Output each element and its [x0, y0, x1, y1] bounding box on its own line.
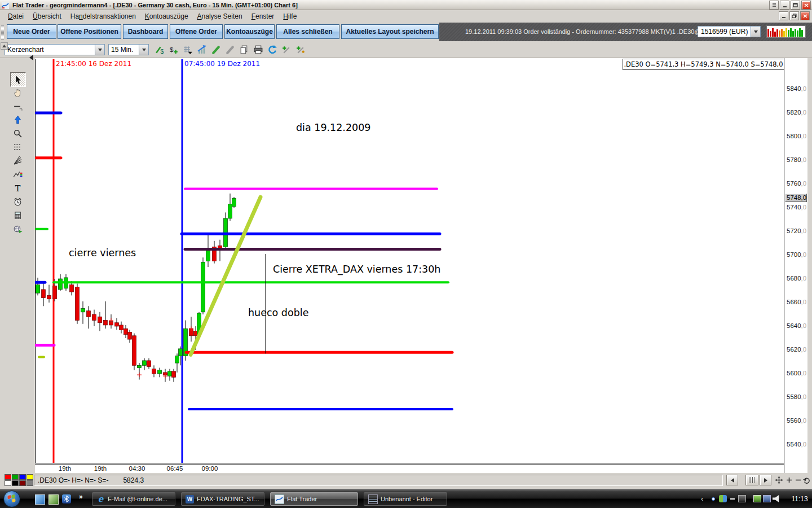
toolbar-button-alles-schlie-en[interactable]: Alles schließen — [276, 24, 339, 39]
chart-plot[interactable] — [35, 59, 784, 463]
pan-mode-icon[interactable] — [774, 475, 784, 485]
candlestick-chart[interactable]: .DE30 O=5741,3 H=5749,3 N=5740,0 S=5748,… — [35, 58, 784, 473]
toolbar-button-neue-order[interactable]: Neue Order — [7, 24, 56, 39]
price-axis[interactable]: 5840,05820,05800,05780,05760,05740,05720… — [784, 58, 807, 473]
palette-color-swatch[interactable] — [19, 474, 26, 480]
text-tool[interactable]: T — [10, 181, 25, 195]
menu-kontoauszge[interactable]: Kontoauszüge — [140, 11, 193, 22]
exposure-bar — [770, 31, 771, 37]
window-shade-button[interactable] — [769, 1, 779, 10]
ohlc-info-box: .DE30 O=5741,3 H=5749,3 N=5740,0 S=5748,… — [623, 59, 784, 70]
palette-color-swatch[interactable] — [12, 480, 19, 486]
chevron-down-icon[interactable] — [751, 27, 760, 37]
tray-safety-icon[interactable] — [719, 495, 727, 502]
color-palette[interactable] — [5, 474, 34, 486]
toolbar-button-aktuelles-layout-speichern[interactable]: Aktuelles Layout speichern — [341, 24, 439, 39]
price-axis-label: 5600,0 — [787, 370, 806, 376]
menu-analyseseiten[interactable]: Analyse Seiten — [193, 11, 247, 22]
palette-color-swatch[interactable] — [12, 474, 19, 480]
scrollbar-thumb[interactable] — [745, 475, 758, 485]
refresh-icon[interactable] — [266, 43, 279, 56]
toolbar-button-offene-positionen[interactable]: Offene Positionen — [58, 24, 121, 39]
publish-tool[interactable] — [10, 222, 25, 235]
palette-color-swatch[interactable] — [27, 480, 33, 486]
close-button[interactable] — [801, 1, 811, 10]
quick-launch-overflow-chevron[interactable]: » — [79, 493, 83, 501]
mdi-minimize-button[interactable] — [779, 11, 788, 20]
chevron-down-icon[interactable] — [95, 45, 104, 55]
svg-text:$: $ — [170, 46, 174, 53]
select-tool[interactable] — [10, 72, 26, 87]
taskbar-task-word[interactable]: WFDAX-TRADING_ST... — [181, 492, 264, 506]
palette-color-swatch[interactable] — [27, 474, 33, 480]
sidebar-collapse-arrow-icon[interactable] — [29, 55, 33, 60]
toolbar-button-kontoausz-ge[interactable]: Kontoauszüge — [224, 24, 275, 39]
menu-handelstransaktionen[interactable]: Handelstransaktionen — [66, 11, 140, 22]
chart-annotation[interactable]: cierre viernes — [69, 247, 136, 259]
toolbar-button-dashboard[interactable]: Dashboard — [123, 24, 168, 39]
price-order-icon[interactable]: $ — [153, 43, 166, 56]
taskbar-task-notepad[interactable]: Unbenannt - Editor — [364, 492, 447, 506]
undo-icon[interactable] — [801, 475, 811, 485]
tray-display-icon[interactable] — [738, 495, 746, 502]
taskbar-task-flattrader[interactable]: Flat Trader — [270, 492, 358, 506]
remote-desktop-icon[interactable] — [48, 494, 59, 505]
chart-type-select[interactable]: Kerzenchart — [5, 44, 105, 55]
calculator-tool[interactable] — [10, 208, 25, 222]
pan-tool[interactable] — [10, 86, 25, 99]
palette-color-swatch[interactable] — [19, 480, 26, 486]
marker-gray-icon[interactable] — [224, 43, 236, 56]
candlestick — [175, 356, 179, 364]
grid-settings-icon[interactable] — [182, 43, 194, 56]
palette-color-swatch[interactable] — [5, 480, 11, 486]
add-chart-icon[interactable] — [280, 43, 293, 56]
menu-bersicht[interactable]: Übersicht — [28, 11, 66, 22]
taskbar-clock[interactable]: 11:13 — [788, 489, 811, 508]
bluetooth-icon[interactable] — [62, 494, 71, 503]
mdi-restore-button[interactable] — [789, 11, 799, 20]
exposure-bar — [772, 28, 774, 37]
arrow-tool[interactable] — [10, 113, 25, 126]
tray-volume-icon[interactable] — [773, 495, 780, 502]
marker-green-icon[interactable] — [210, 43, 222, 56]
toolbar-gripper[interactable] — [1, 25, 4, 40]
minimize-button[interactable] — [780, 1, 789, 10]
maximize-button[interactable] — [791, 1, 800, 10]
scroll-left-button[interactable] — [726, 475, 738, 485]
scroll-right-button[interactable] — [760, 475, 771, 485]
zoom-tool[interactable] — [10, 126, 25, 140]
chevron-down-icon[interactable] — [139, 45, 148, 55]
chart-annotation[interactable]: Cierre XETRA_DAX viernes 17:30h — [273, 264, 440, 275]
drawing-tools-sidebar: T — [0, 58, 35, 473]
copy-icon[interactable] — [238, 43, 250, 56]
candlestick — [124, 329, 128, 335]
show-desktop-icon[interactable] — [35, 494, 45, 505]
add-chart-2-icon[interactable] — [294, 43, 307, 56]
main-toolbar: Neue OrderOffene PositionenDashboardOffe… — [0, 23, 812, 41]
chart-annotation[interactable]: hueco doble — [248, 307, 308, 318]
line-tool[interactable] — [10, 99, 25, 113]
toolbar-button-offene-order[interactable]: Offene Order — [170, 24, 223, 39]
tray-network-icon[interactable] — [763, 495, 771, 502]
alarm-tool[interactable] — [10, 195, 25, 208]
exposure-bar — [801, 30, 803, 37]
chart-annotation[interactable]: dia 19.12.2009 — [296, 122, 370, 133]
indicator-icon[interactable] — [196, 43, 208, 56]
start-button[interactable] — [3, 491, 20, 507]
interval-select[interactable]: 15 Min. — [108, 44, 149, 55]
account-balance-select[interactable]: 1516599 (EUR) — [698, 26, 761, 37]
add-order-icon[interactable]: $ — [167, 43, 180, 56]
menu-hilfe[interactable]: Hilfe — [279, 11, 301, 22]
fibonacci-tool[interactable] — [10, 140, 25, 154]
fan-tool[interactable] — [10, 154, 25, 167]
mdi-close-button[interactable] — [800, 11, 810, 20]
taskbar-task-ie[interactable]: eE-Mail @t-online.de... — [92, 492, 175, 506]
tray-chevron-icon[interactable]: ‹ — [701, 494, 703, 503]
tray-battery-icon[interactable] — [753, 495, 761, 502]
palette-color-swatch[interactable] — [5, 474, 11, 480]
collapse-toolbar-button[interactable] — [1, 42, 8, 50]
menu-datei[interactable]: Datei — [3, 11, 28, 22]
print-icon[interactable] — [252, 43, 264, 56]
polyline-tool[interactable] — [10, 168, 25, 181]
menu-fenster[interactable]: Fenster — [247, 11, 279, 22]
